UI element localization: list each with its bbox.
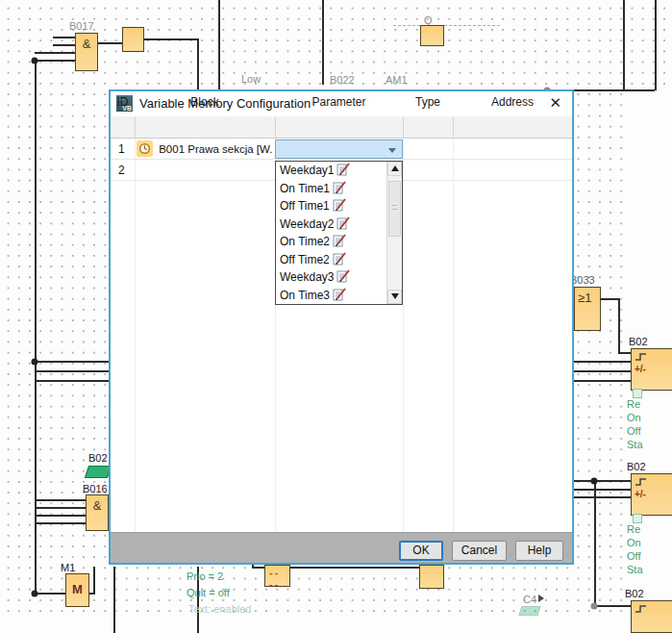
wire-h [144,38,198,40]
scroll-down-button[interactable] [387,290,402,304]
parameter-combobox[interactable] [275,139,403,159]
block-label-low: Low [241,73,261,85]
wire-h [35,507,87,509]
and-gate-block-b016[interactable]: & [86,494,109,531]
dropdown-scrollbar[interactable] [386,162,402,304]
row-block-cell[interactable]: B001 Prawa sekcja [W... [137,140,273,158]
block-label-b02-bot: B02 [625,588,644,599]
dropdown-item[interactable]: Weekday1 [276,162,386,180]
ok-button[interactable]: OK [399,541,443,561]
edit-icon [336,216,350,230]
block-label-b02-flag: B02 [88,452,108,464]
block-label-b02-top: B02 [629,336,648,347]
dropdown-item[interactable]: Off Time2 [276,251,386,269]
wire-h [35,52,75,54]
parameter-dropdown: Weekday1 On Time1 Off Time1 Weekday2 On … [275,161,403,305]
wire-h [98,42,122,44]
block-label-b017: B017 [69,20,94,32]
edit-icon [336,163,350,176]
header-separator [275,116,276,139]
wire-v [197,38,199,89]
dropdown-item-label: On Time2 [280,235,330,248]
marker-block-m1[interactable]: M [65,573,89,607]
edit-icon [333,288,346,301]
counter-sign: +/- [632,490,672,499]
wire-h [35,380,110,382]
message-block-2[interactable] [419,565,444,589]
ref-arrow-icon [538,595,544,602]
wire-v [594,480,596,606]
dropdown-item[interactable]: Weekday3 [276,268,386,287]
block-label-b02-mid: B02 [627,461,646,472]
wire-v [93,567,95,594]
wire-h [35,593,67,595]
scrollbar-grip [392,205,397,210]
wire-v [35,60,37,595]
dropdown-item[interactable]: On Time1 [276,180,386,198]
message-dashes: -- -- [265,566,289,590]
wire-v [218,0,220,89]
column-separator [135,139,136,532]
param-text: Re [627,523,640,535]
wire-h [53,44,75,46]
or-gate-symbol: ≥1 [575,291,600,305]
message-block-1[interactable]: -- -- [264,565,290,587]
and-gate-block-b017[interactable]: & [75,33,98,71]
param-text: Off [627,425,640,437]
row-id: 1 [118,142,125,156]
wire-dashed [393,25,420,26]
dropdown-item-label: Off Time1 [280,199,330,213]
block-label-am1: AM1 [386,74,408,86]
dropdown-item[interactable]: Off Time1 [276,197,386,215]
dropdown-item-label: On Time1 [280,182,330,195]
col-header-block: Block [135,95,275,109]
header-separator [403,116,404,139]
connector-flag[interactable] [85,466,112,478]
counter-block-bottom[interactable] [631,600,672,633]
dropdown-item[interactable]: On Time2 [276,233,386,251]
param-text: Re [627,398,640,410]
col-header-parameter: Parameter [275,95,403,109]
wire-h [35,370,110,372]
row-block-text: B001 Prawa sekcja [W... [159,143,273,155]
dropdown-item[interactable]: Weekday2 [276,215,386,234]
status-mini-icon [633,389,642,398]
dropdown-item-label: Off Time2 [280,253,330,266]
dropdown-item[interactable]: On Time3 [276,287,386,305]
cancel-button[interactable]: Cancel [452,541,507,561]
edit-icon [333,198,346,212]
help-button[interactable]: Help [515,541,563,561]
edit-icon [333,252,346,266]
counter-block-top[interactable]: +/- [631,348,672,391]
block-label-b016: B016 [83,483,108,494]
wire-dashed [444,25,500,26]
edit-icon [336,269,350,283]
scrollbar-thumb[interactable] [388,181,401,237]
or-gate-block-b033[interactable]: ≥1 [574,287,601,331]
dropdown-item-label: Weekday1 [280,164,334,177]
param-text: On [627,412,641,423]
and-gate-symbol: & [87,498,108,513]
page-margin-bottom [0,619,672,633]
edit-icon [333,234,346,247]
scroll-up-button[interactable] [387,162,402,176]
block-top[interactable] [122,27,144,52]
text-enabled-text: Text: enabled [188,603,251,615]
header-separator [135,116,136,139]
output-block-q[interactable] [420,25,444,46]
dropdown-item-label: On Time3 [280,289,330,302]
col-header-address: Address [453,95,572,109]
wire-v [623,0,625,89]
wire-h [594,605,633,607]
quit-text: Quit = off [187,587,230,598]
wire-v [655,0,657,90]
scroll-up-icon [391,165,399,171]
wire-h [53,37,75,38]
step-icon [635,477,648,487]
param-text: Sta [627,564,643,575]
wire-h [35,499,87,501]
block-label-m1: M1 [61,562,75,573]
counter-block-mid[interactable]: +/- [631,473,672,516]
junction-dot [591,603,598,610]
param-text: Sta [627,439,643,450]
